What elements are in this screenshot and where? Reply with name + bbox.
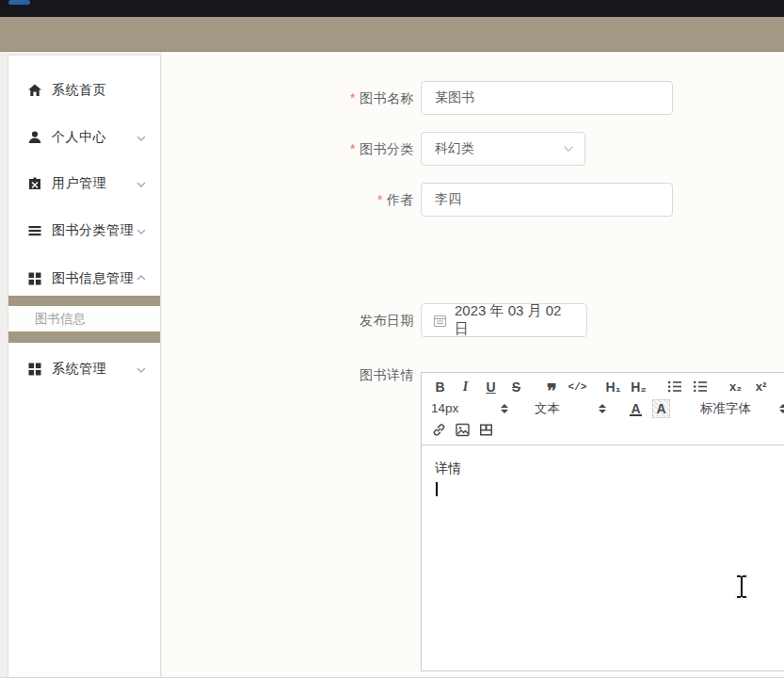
sidebar-item-label: 图书信息管理: [52, 270, 136, 287]
background-color-button[interactable]: A: [648, 398, 674, 419]
text-caret: [436, 482, 438, 496]
author-field: [421, 183, 673, 217]
user-icon: [27, 130, 42, 145]
ordered-list-icon[interactable]: [662, 377, 687, 397]
updown-arrows-icon: [599, 404, 606, 413]
image-icon[interactable]: [451, 420, 474, 441]
text-color-button[interactable]: A: [623, 398, 648, 419]
sidebar-subitem-label: 图书信息: [35, 311, 86, 328]
italic-button[interactable]: I: [453, 377, 478, 397]
superscript-button[interactable]: x²: [748, 377, 774, 397]
editor-toolbar: B I U S ❞ </> H₁ H₂: [422, 373, 784, 445]
required-mark: *: [350, 141, 356, 156]
chevron-down-icon: [136, 178, 147, 189]
sidebar-submenu-book-info-management: 图书信息: [8, 296, 160, 343]
font-family-value: 标准字体: [700, 400, 751, 417]
code-block-button[interactable]: </>: [565, 377, 590, 397]
book-detail-label: 图书详情: [162, 365, 414, 384]
font-family-picker[interactable]: 标准字体: [700, 398, 784, 419]
home-icon: [27, 83, 42, 98]
required-mark: *: [377, 192, 383, 207]
calendar-icon: [433, 314, 447, 328]
bold-button[interactable]: B: [427, 377, 453, 397]
screen: 系统首页 个人中心 用户管理: [0, 0, 784, 678]
app-header-banner: [0, 17, 784, 52]
link-icon[interactable]: [427, 420, 451, 441]
sidebar-item-home[interactable]: 系统首页: [8, 67, 160, 114]
chevron-down-icon: [136, 363, 147, 375]
browser-topbar: [0, 0, 784, 17]
author-input[interactable]: [422, 184, 672, 216]
video-icon[interactable]: [474, 420, 498, 441]
sidebar: 系统首页 个人中心 用户管理: [8, 55, 161, 678]
author-label: *作者: [162, 183, 414, 217]
grid-icon: [27, 271, 42, 286]
editor-text-line: 详情: [435, 459, 784, 477]
publish-date-picker[interactable]: 2023 年 03 月 02 日: [421, 303, 587, 337]
book-category-value: 科幻类: [435, 140, 474, 157]
blockquote-button[interactable]: ❞: [539, 377, 565, 397]
sidebar-item-personal-center[interactable]: 个人中心: [8, 114, 160, 161]
publish-date-label: 发布日期: [162, 303, 414, 337]
badge-icon: [27, 176, 42, 191]
header-1-button[interactable]: H₁: [600, 377, 626, 397]
subscript-button[interactable]: x₂: [723, 377, 748, 397]
grid-icon: [27, 362, 42, 377]
sidebar-item-label: 个人中心: [52, 129, 136, 146]
updown-arrows-icon: [501, 404, 508, 413]
chevron-down-icon: [136, 132, 147, 143]
chevron-down-icon: [136, 225, 147, 236]
sidebar-item-label: 系统首页: [52, 82, 147, 99]
editor-content[interactable]: 详情: [422, 445, 784, 509]
strikethrough-button[interactable]: S: [504, 377, 529, 397]
book-name-field: [421, 81, 673, 115]
bullet-list-icon[interactable]: [687, 377, 712, 397]
font-size-value: 14px: [431, 401, 458, 415]
color-bar: [630, 414, 642, 416]
font-size-picker[interactable]: 14px: [427, 398, 508, 419]
header-2-button[interactable]: H₂: [626, 377, 651, 397]
book-category-label: *图书分类: [162, 132, 414, 166]
sidebar-item-book-category-management[interactable]: 图书分类管理: [8, 207, 160, 254]
book-name-label: *图书名称: [162, 81, 414, 115]
sidebar-item-user-management[interactable]: 用户管理: [8, 160, 160, 207]
sidebar-item-label: 系统管理: [52, 361, 136, 378]
sidebar-item-system-management[interactable]: 系统管理: [8, 346, 160, 393]
updown-arrows-icon: [779, 404, 784, 413]
sidebar-item-label: 图书分类管理: [52, 222, 136, 239]
rich-text-editor: B I U S ❞ </> H₁ H₂: [421, 372, 784, 671]
book-category-select[interactable]: 科幻类: [421, 132, 585, 166]
book-name-input[interactable]: [422, 82, 672, 114]
required-mark: *: [350, 90, 356, 105]
chevron-up-icon: [136, 273, 147, 284]
sidebar-item-label: 用户管理: [52, 175, 136, 192]
sidebar-subitem-book-info[interactable]: 图书信息: [8, 306, 160, 331]
chevron-down-icon: [562, 142, 575, 155]
text-style-picker[interactable]: 文本: [535, 398, 606, 419]
page-body: 系统首页 个人中心 用户管理: [0, 52, 784, 678]
text-style-value: 文本: [535, 400, 560, 417]
list-lines-icon: [27, 223, 42, 238]
underline-button[interactable]: U: [478, 377, 504, 397]
browser-tab-accent: [8, 0, 30, 5]
publish-date-value: 2023 年 03 月 02 日: [455, 302, 577, 338]
book-edit-form: *图书名称 *图书分类 科幻类 *作者: [162, 52, 784, 678]
